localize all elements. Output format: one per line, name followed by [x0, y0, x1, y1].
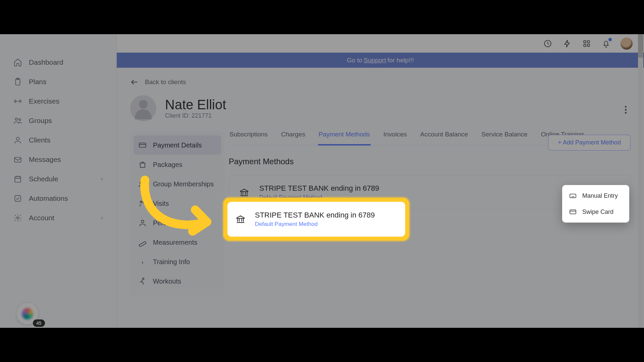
quick-actions-button[interactable] — [562, 39, 572, 49]
main-region: Go to Support for help!!! Back to client… — [117, 34, 644, 328]
sidebar-item-groups[interactable]: Groups — [0, 111, 116, 130]
client-menu-label: Visits — [153, 200, 169, 207]
svg-point-21 — [143, 278, 144, 279]
client-menu-label: Group Memberships — [153, 180, 214, 188]
sidebar-item-automations[interactable]: Automations — [0, 189, 116, 208]
svg-point-3 — [19, 119, 20, 120]
sidebar-item-label: Automations — [29, 194, 68, 202]
svg-rect-22 — [570, 194, 576, 198]
svg-point-15 — [140, 182, 142, 184]
popover-swipe-card[interactable]: Swipe Card — [562, 204, 629, 220]
apps-button[interactable] — [582, 39, 592, 49]
bank-icon — [239, 187, 249, 197]
scrollbar-track — [638, 34, 643, 328]
client-menu-training-info[interactable]: Training Info — [133, 252, 221, 272]
sidebar-item-label: Clients — [29, 136, 50, 144]
svg-point-17 — [140, 201, 142, 203]
client-menu-personal-info[interactable]: Personal Info — [133, 213, 221, 233]
client-menu-group-memberships[interactable]: Group Memberships — [133, 174, 221, 194]
svg-rect-12 — [584, 44, 586, 47]
sidebar-item-label: Plans — [29, 78, 47, 86]
person-icon — [138, 219, 147, 227]
back-to-clients[interactable]: Back to clients — [130, 78, 631, 86]
client-name: Nate Elliot — [165, 97, 226, 112]
client-menu-visits[interactable]: Visits — [133, 194, 221, 213]
client-more-button[interactable] — [625, 103, 627, 114]
notification-dot-icon — [608, 38, 612, 41]
client-menu-workouts[interactable]: Workouts — [133, 272, 221, 291]
tab-subscriptions[interactable]: Subscriptions — [229, 131, 268, 145]
sidebar-item-label: Account — [29, 214, 54, 222]
sidebar-item-account[interactable]: Account › — [0, 208, 116, 228]
client-menu-label: Workouts — [153, 278, 181, 285]
card-icon — [569, 208, 577, 216]
scrollbar-thumb[interactable] — [638, 34, 643, 58]
sidebar-item-label: Dashboard — [29, 58, 63, 66]
sidebar-item-exercises[interactable]: Exercises — [0, 92, 116, 111]
sidebar-item-plans[interactable]: Plans — [0, 72, 116, 92]
sidebar-item-schedule[interactable]: Schedule › — [0, 169, 116, 189]
client-id: Client ID: 221771 — [165, 112, 226, 119]
svg-rect-13 — [587, 44, 590, 47]
client-menu-payment-details[interactable]: Payment Details — [133, 135, 221, 155]
person-icon — [13, 136, 22, 144]
mail-icon — [13, 155, 22, 164]
annotation-spotlight-subtitle: Default Payment Method — [255, 221, 375, 228]
svg-rect-20 — [139, 241, 146, 247]
chevron-right-icon: › — [101, 215, 103, 221]
banner-support-link[interactable]: Support — [364, 57, 386, 64]
svg-rect-14 — [139, 143, 146, 147]
user-avatar[interactable] — [621, 38, 633, 50]
client-menu-packages[interactable]: Packages — [133, 155, 221, 174]
arrow-left-icon — [130, 78, 139, 86]
svg-point-4 — [16, 137, 19, 140]
tab-account-balance[interactable]: Account Balance — [420, 131, 469, 145]
section-title: Payment Methods — [229, 157, 631, 166]
people-icon — [13, 116, 22, 125]
tab-payment-methods[interactable]: Payment Methods — [318, 131, 371, 145]
stage: Dashboard Plans Exercises Groups Clients… — [0, 34, 644, 328]
help-count-badge: 45 — [33, 319, 45, 327]
add-payment-method-button[interactable]: + Add Payment Method — [548, 135, 631, 150]
dumbbell-icon — [13, 97, 22, 106]
tab-invoices[interactable]: Invoices — [383, 131, 408, 145]
client-menu-label: Payment Details — [153, 141, 202, 149]
more-vertical-icon — [625, 106, 627, 114]
add-payment-method-popover: Manual Entry Swipe Card — [562, 185, 629, 223]
svg-point-18 — [143, 201, 145, 203]
sidebar-item-dashboard[interactable]: Dashboard — [0, 53, 116, 72]
clipboard-icon — [13, 77, 22, 86]
client-menu: Payment Details Packages Group Membershi… — [130, 131, 225, 296]
annotation-spotlight: STRIPE TEST BANK ending in 6789 Default … — [223, 198, 409, 241]
primary-sidebar: Dashboard Plans Exercises Groups Clients… — [0, 34, 117, 328]
lightning-icon — [563, 39, 572, 48]
swirl-icon — [22, 308, 33, 319]
svg-point-19 — [141, 220, 144, 223]
tab-charges[interactable]: Charges — [280, 131, 306, 145]
history-button[interactable] — [543, 39, 553, 49]
sidebar-item-clients[interactable]: Clients — [0, 130, 116, 150]
tab-service-balance[interactable]: Service Balance — [481, 131, 528, 145]
notifications-button[interactable] — [601, 39, 611, 49]
application-frame: Dashboard Plans Exercises Groups Clients… — [0, 34, 644, 328]
back-label: Back to clients — [145, 78, 186, 86]
home-icon — [13, 58, 22, 67]
checkbox-icon — [13, 194, 22, 203]
banner-text-prefix: Go to — [347, 57, 362, 64]
svg-point-16 — [144, 182, 145, 184]
annotation-spotlight-card: STRIPE TEST BANK ending in 6789 Default … — [227, 202, 405, 237]
top-bar — [117, 34, 644, 53]
running-icon — [138, 277, 147, 286]
client-menu-label: Personal Info — [153, 219, 193, 227]
bank-icon — [235, 214, 246, 224]
client-menu-measurements[interactable]: Measurements — [133, 233, 221, 252]
keyboard-icon — [569, 192, 577, 200]
gear-icon — [13, 214, 22, 222]
clock-icon — [543, 39, 552, 48]
ruler-icon — [138, 238, 147, 247]
popover-manual-entry[interactable]: Manual Entry — [562, 188, 629, 204]
info-icon — [138, 257, 147, 266]
svg-point-8 — [17, 217, 19, 219]
sidebar-item-messages[interactable]: Messages — [0, 150, 116, 169]
client-avatar — [130, 95, 156, 121]
